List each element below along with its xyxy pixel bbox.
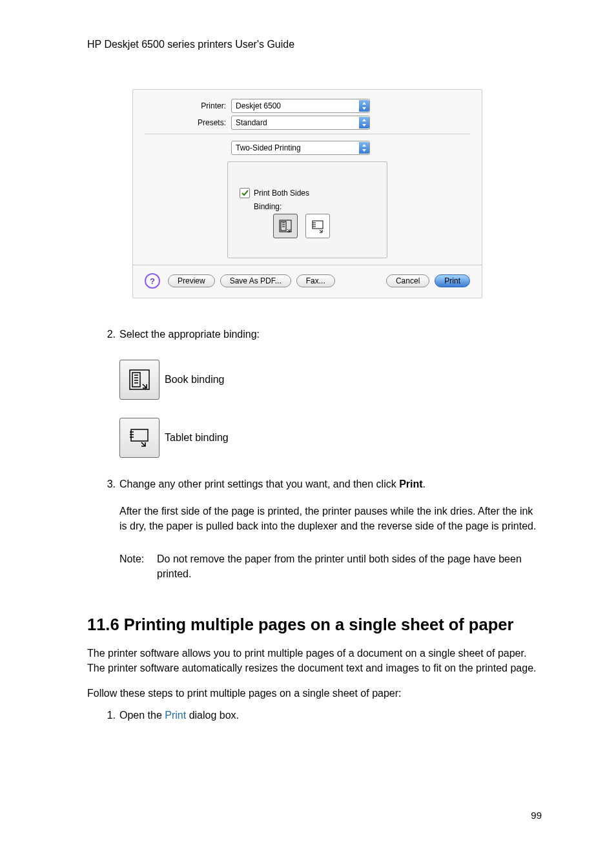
note-body: Do not remove the paper from the printer… bbox=[157, 551, 542, 581]
binding-tablet-button[interactable] bbox=[305, 214, 330, 238]
section-paragraph-2: Follow these steps to print multiple pag… bbox=[87, 686, 542, 701]
svg-rect-15 bbox=[131, 429, 148, 441]
print-both-sides-label: Print Both Sides bbox=[254, 189, 309, 198]
cancel-button[interactable]: Cancel bbox=[386, 274, 429, 287]
section-heading: 11.6 Printing multiple pages on a single… bbox=[87, 614, 542, 635]
tablet-binding-label: Tablet binding bbox=[165, 432, 229, 444]
help-button[interactable]: ? bbox=[145, 273, 160, 289]
printer-select[interactable]: Deskjet 6500 bbox=[231, 99, 370, 113]
presets-select-value: Standard bbox=[236, 118, 267, 127]
step-number: 2. bbox=[101, 327, 116, 342]
binding-book-button[interactable] bbox=[273, 214, 298, 238]
fax-button[interactable]: Fax... bbox=[296, 274, 335, 287]
book-binding-label: Book binding bbox=[165, 374, 225, 385]
book-binding-icon bbox=[278, 219, 293, 233]
help-icon: ? bbox=[150, 276, 155, 286]
note: Note: Do not remove the paper from the p… bbox=[119, 551, 542, 581]
tablet-binding-example: Tablet binding bbox=[119, 418, 542, 458]
step-number: 3. bbox=[101, 477, 116, 533]
tablet-binding-icon bbox=[311, 219, 325, 233]
printer-select-value: Deskjet 6500 bbox=[236, 101, 281, 110]
binding-label: Binding: bbox=[254, 202, 375, 211]
print-link[interactable]: Print bbox=[165, 710, 186, 721]
step-3: 3. Change any other print settings that … bbox=[101, 477, 542, 533]
dropdown-arrows-icon bbox=[359, 142, 369, 154]
presets-label: Presets: bbox=[145, 118, 231, 127]
step-2: 2. Select the appropriate binding: bbox=[101, 327, 542, 342]
separator bbox=[145, 134, 470, 134]
presets-select[interactable]: Standard bbox=[231, 116, 370, 130]
tablet-binding-icon-large bbox=[119, 418, 159, 458]
step-1-new: 1. Open the Print dialog box. bbox=[101, 708, 542, 723]
svg-rect-0 bbox=[280, 220, 291, 232]
page-number: 99 bbox=[531, 810, 542, 821]
step-text: Select the appropriate binding: bbox=[119, 327, 542, 342]
step-number: 1. bbox=[101, 708, 116, 723]
book-binding-example: Book binding bbox=[119, 360, 542, 400]
dropdown-arrows-icon bbox=[359, 117, 369, 128]
step-text: Open the Print dialog box. bbox=[119, 708, 542, 723]
print-dialog: Printer: Deskjet 6500 Presets: Standard bbox=[132, 89, 482, 298]
print-button[interactable]: Print bbox=[435, 274, 470, 287]
panel-select[interactable]: Two-Sided Printing bbox=[231, 141, 370, 155]
panel-select-value: Two-Sided Printing bbox=[236, 143, 301, 152]
print-both-sides-checkbox[interactable] bbox=[240, 188, 250, 198]
step-text: Change any other print settings that you… bbox=[119, 477, 542, 533]
section-paragraph-1: The printer software allows you to print… bbox=[87, 646, 542, 675]
print-dialog-figure: Printer: Deskjet 6500 Presets: Standard bbox=[132, 89, 542, 298]
printer-label: Printer: bbox=[145, 101, 231, 110]
save-as-pdf-button[interactable]: Save As PDF... bbox=[220, 274, 291, 287]
two-sided-pane: Print Both Sides Binding: bbox=[227, 161, 387, 258]
step-3-paragraph: After the first side of the page is prin… bbox=[119, 504, 542, 533]
page-header: HP Deskjet 6500 series printers User's G… bbox=[87, 39, 542, 50]
dropdown-arrows-icon bbox=[359, 100, 369, 112]
book-binding-icon-large bbox=[119, 360, 159, 400]
preview-button[interactable]: Preview bbox=[168, 274, 215, 287]
note-label: Note: bbox=[119, 551, 157, 581]
